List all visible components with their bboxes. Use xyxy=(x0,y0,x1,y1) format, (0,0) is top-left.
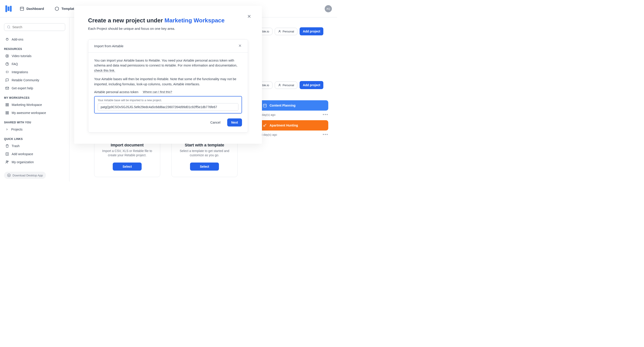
calendar-icon xyxy=(263,103,267,107)
svg-point-18 xyxy=(6,161,7,162)
svg-rect-14 xyxy=(8,113,8,114)
sidebar-expert[interactable]: Get expert help xyxy=(4,84,65,92)
templates-icon xyxy=(55,6,59,11)
sidebar-ws-marketing[interactable]: Marketing Workspace xyxy=(4,101,65,109)
section-resources: RESOURCES xyxy=(4,47,65,51)
token-input[interactable] xyxy=(98,103,238,111)
svg-point-22 xyxy=(279,84,280,85)
sidebar-item-label: Projects xyxy=(11,128,23,131)
svg-marker-3 xyxy=(7,55,8,56)
sidebar-item-label: My organization xyxy=(12,160,34,164)
section-workspaces: MY WORKSPACES xyxy=(4,96,65,99)
more-icon[interactable]: ••• xyxy=(323,112,328,117)
avatar[interactable]: AQ xyxy=(325,5,332,12)
download-desktop[interactable]: Download Desktop App xyxy=(4,172,46,179)
download-label: Download Desktop App xyxy=(12,174,43,177)
sidebar-ws-awesome[interactable]: My awesome workspace xyxy=(4,109,65,117)
key-icon xyxy=(263,123,267,127)
next-button[interactable]: Next xyxy=(227,118,242,126)
section-shared: SHARED WITH YOU xyxy=(4,121,65,124)
svg-point-19 xyxy=(8,161,8,162)
card-desc: Import a CSV, XLS or Retable file to cre… xyxy=(99,149,155,158)
modal-subtitle: Each Project should be unique and focus … xyxy=(88,27,248,30)
svg-rect-0 xyxy=(20,7,24,10)
add-project-button[interactable]: Add project xyxy=(300,27,323,35)
mail-icon xyxy=(6,86,9,90)
sidebar-my-org[interactable]: My organization xyxy=(4,158,65,166)
project-card-apartment-hunting[interactable]: Apartment Hunting xyxy=(259,120,328,130)
play-icon xyxy=(6,54,9,58)
more-icon[interactable]: ••• xyxy=(323,132,328,137)
modal-title: Create a new project under Marketing Wor… xyxy=(88,17,248,24)
workspace-icon xyxy=(6,103,9,107)
svg-rect-13 xyxy=(6,113,7,114)
project-title: Content Planning xyxy=(270,104,296,107)
import-airtable-panel: Import from Airtable You can import your… xyxy=(88,39,248,133)
svg-rect-12 xyxy=(8,111,8,113)
sidebar-addons[interactable]: Add-ons xyxy=(4,35,65,43)
download-icon xyxy=(7,173,11,177)
svg-rect-7 xyxy=(6,103,7,104)
integrations-icon xyxy=(6,70,9,74)
token-caption: Your Airtable base will be imported to a… xyxy=(98,99,238,102)
inner-title: Import from Airtable xyxy=(94,44,124,48)
sidebar-addons-label: Add-ons xyxy=(12,38,23,41)
sidebar-item-label: Retable Community xyxy=(12,78,39,82)
sidebar-item-label: FAQ xyxy=(12,62,18,66)
user-icon xyxy=(278,83,281,87)
token-label: Airtable personal access token xyxy=(94,90,138,94)
chat-icon xyxy=(6,78,9,82)
cancel-button[interactable]: Cancel xyxy=(207,118,224,126)
avatar-initials: AQ xyxy=(326,7,330,10)
project-card-content-planning[interactable]: Content Planning xyxy=(259,100,328,111)
svg-point-25 xyxy=(264,125,265,126)
sidebar-item-label: My awesome workspace xyxy=(12,111,46,115)
personal-badge: Personal xyxy=(275,81,297,89)
logo[interactable] xyxy=(6,5,12,12)
token-field-wrap: Your Airtable base will be imported to a… xyxy=(94,96,242,113)
workspace-icon xyxy=(6,111,9,115)
user-icon xyxy=(278,30,281,33)
nav-dashboard[interactable]: Dashboard xyxy=(17,5,46,13)
sidebar-item-label: Get expert help xyxy=(12,86,33,90)
sidebar-faq[interactable]: FAQ xyxy=(4,60,65,68)
search-icon xyxy=(7,25,10,29)
dashboard-icon xyxy=(20,6,24,11)
create-project-modal: Create a new project under Marketing Wor… xyxy=(74,6,262,144)
workspace-name: Marketing Workspace xyxy=(164,17,224,24)
modal-close-button[interactable] xyxy=(247,14,252,19)
nav-dashboard-label: Dashboard xyxy=(26,7,44,10)
trash-icon xyxy=(6,144,9,148)
select-import-button[interactable]: Select xyxy=(113,163,142,171)
sidebar-item-label: Video tutorials xyxy=(12,54,31,58)
sidebar-video-tutorials[interactable]: Video tutorials xyxy=(4,52,65,60)
select-template-button[interactable]: Select xyxy=(190,163,219,171)
sidebar-trash[interactable]: Trash xyxy=(4,142,65,150)
svg-point-1 xyxy=(8,26,10,28)
search-input-wrap[interactable] xyxy=(4,23,65,31)
project-title: Apartment Hunting xyxy=(270,124,298,127)
token-help-link[interactable]: Where can I find this? xyxy=(143,90,172,94)
card-desc: Select a template to get started and cus… xyxy=(176,149,232,158)
check-link[interactable]: check this link. xyxy=(94,69,115,72)
svg-rect-11 xyxy=(6,111,7,113)
svg-point-5 xyxy=(7,65,8,65)
sidebar-item-label: Integrations xyxy=(12,70,28,74)
inner-close-button[interactable] xyxy=(238,44,242,48)
users-icon xyxy=(6,160,9,164)
svg-rect-8 xyxy=(8,103,8,104)
plus-square-icon xyxy=(6,152,9,156)
sidebar-item-label: Trash xyxy=(12,144,20,148)
sidebar-shared-projects[interactable]: Projects xyxy=(4,125,65,133)
sidebar-item-label: Add workspace xyxy=(12,152,33,156)
section-quick: QUICK LINKS xyxy=(4,137,65,141)
sidebar-add-workspace[interactable]: Add workspace xyxy=(4,150,65,158)
svg-rect-9 xyxy=(6,105,7,106)
sidebar-community[interactable]: Retable Community xyxy=(4,76,65,84)
search-input[interactable] xyxy=(12,25,62,29)
inner-p2: Your Airtable bases will then be importe… xyxy=(94,76,242,87)
add-project-button[interactable]: Add project xyxy=(300,81,323,89)
svg-rect-10 xyxy=(8,105,8,106)
inner-p1: You can import your Airtable bases to Re… xyxy=(94,58,242,73)
sidebar-integrations[interactable]: Integrations xyxy=(4,68,65,76)
